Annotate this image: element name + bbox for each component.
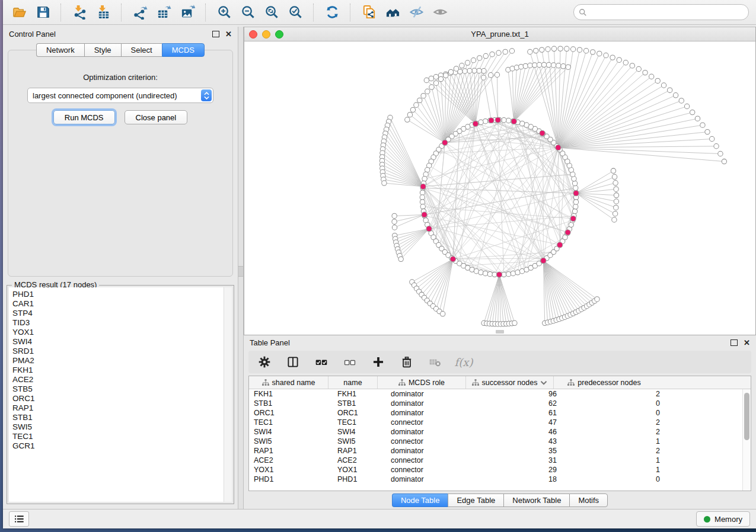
zoom-in-button[interactable] xyxy=(215,4,233,21)
table-panel: Table Panel ✕ xyxy=(244,335,756,509)
zoom-selected-button[interactable] xyxy=(286,4,304,21)
tab-select[interactable]: Select xyxy=(121,43,162,57)
leaf-node xyxy=(392,219,397,224)
mcds-result-item[interactable]: ORC1 xyxy=(12,394,232,403)
network-canvas[interactable] xyxy=(244,41,755,335)
horizontal-splitter-grip[interactable] xyxy=(496,330,504,334)
mcds-result-item[interactable]: TID3 xyxy=(12,318,232,328)
select-all-button[interactable] xyxy=(314,354,329,370)
tab-network-table[interactable]: Network Table xyxy=(503,493,569,507)
fx-icon: f(x) xyxy=(455,356,473,368)
table-row[interactable]: TEC1TEC1connector472 xyxy=(249,418,751,427)
open-file-button[interactable] xyxy=(10,4,28,21)
mcds-result-item[interactable]: STP4 xyxy=(12,309,232,318)
unchecked-boxes-icon xyxy=(343,355,356,368)
first-neighbors-button[interactable] xyxy=(384,4,401,21)
splitter-grip[interactable] xyxy=(238,266,243,277)
export-network-button[interactable] xyxy=(131,4,149,21)
search-field[interactable] xyxy=(573,4,749,20)
mcds-result-item[interactable]: SRD1 xyxy=(12,347,232,356)
deselect-all-button[interactable] xyxy=(342,354,358,370)
mcds-result-item[interactable]: YOX1 xyxy=(12,328,232,337)
column-header-name[interactable]: name xyxy=(328,376,378,389)
float-panel-icon[interactable] xyxy=(212,31,219,37)
mcds-result-item[interactable]: SWI4 xyxy=(12,337,232,347)
duplicate-network-button[interactable] xyxy=(360,4,378,21)
tab-mcds[interactable]: MCDS xyxy=(162,43,205,57)
mcds-result-item[interactable]: FKH1 xyxy=(12,366,232,375)
close-window-icon[interactable] xyxy=(249,30,257,39)
close-panel-icon[interactable]: ✕ xyxy=(744,339,750,347)
float-panel-icon[interactable] xyxy=(731,339,738,346)
leaf-node xyxy=(714,144,719,149)
tab-motifs[interactable]: Motifs xyxy=(569,493,608,507)
zoom-out-button[interactable] xyxy=(239,4,257,21)
table-row[interactable]: SWI4SWI4dominator462 xyxy=(249,427,751,437)
leaf-node xyxy=(512,321,517,325)
vertical-splitter[interactable] xyxy=(238,27,244,509)
mcds-list-scrollbar[interactable] xyxy=(224,287,232,502)
cell-shared_name: ORC1 xyxy=(249,409,333,417)
function-builder-button[interactable]: f(x) xyxy=(456,354,471,370)
open-folder-icon xyxy=(12,5,27,20)
close-panel-icon[interactable]: ✕ xyxy=(225,30,232,38)
table-row[interactable]: ORC1ORC1dominator610 xyxy=(249,408,751,418)
column-header-predecessor-nodes[interactable]: predecessor nodes xyxy=(554,376,655,389)
delete-column-button[interactable] xyxy=(399,354,414,370)
memory-button[interactable]: Memory xyxy=(696,511,750,527)
table-row[interactable]: STB1STB1dominator620 xyxy=(249,399,751,408)
table-row[interactable]: FKH1FKH1dominator962 xyxy=(249,389,751,399)
import-table-button[interactable] xyxy=(94,4,112,21)
refresh-button[interactable] xyxy=(323,4,341,21)
mcds-result-item[interactable]: TEC1 xyxy=(12,432,232,441)
zoom-fit-button[interactable] xyxy=(263,4,280,21)
leaf-node xyxy=(623,60,628,65)
column-header-shared-name[interactable]: shared name xyxy=(249,376,328,389)
mcds-result-item[interactable]: PMA2 xyxy=(12,356,232,366)
mcds-result-item[interactable]: CAR1 xyxy=(12,299,232,309)
criterion-dropdown[interactable]: largest connected component (undirected) xyxy=(27,88,213,103)
table-scrollbar[interactable] xyxy=(742,389,751,491)
table-row[interactable]: SWI5SWI5connector431 xyxy=(249,437,751,446)
mcds-result-item[interactable]: STB5 xyxy=(12,384,232,394)
mcds-result-item[interactable]: STB1 xyxy=(12,413,232,422)
mcds-result-item[interactable]: ACE2 xyxy=(12,375,232,384)
table-scrollbar-thumb[interactable] xyxy=(744,393,749,440)
table-row[interactable]: ACE2ACE2connector311 xyxy=(249,456,751,465)
leaf-node xyxy=(610,55,615,60)
search-input[interactable] xyxy=(591,7,744,17)
mcds-result-list[interactable]: PHD1CAR1STP4TID3YOX1SWI4SRD1PMA2FKH1ACE2… xyxy=(9,287,232,502)
export-image-button[interactable] xyxy=(178,4,196,21)
leaf-node xyxy=(429,85,434,89)
tab-style[interactable]: Style xyxy=(84,43,121,57)
delete-table-button[interactable] xyxy=(428,354,443,370)
mcds-result-item[interactable]: PHD1 xyxy=(12,290,232,299)
hide-selected-button[interactable] xyxy=(407,4,425,21)
mcds-result-item[interactable]: RAP1 xyxy=(12,403,232,413)
mcds-result-item[interactable]: SWI5 xyxy=(12,422,232,432)
save-session-button[interactable] xyxy=(34,4,52,21)
split-columns-button[interactable] xyxy=(285,354,301,370)
export-table-button[interactable] xyxy=(155,4,173,21)
add-column-button[interactable] xyxy=(371,354,386,370)
table-row[interactable]: PHD1PHD1dominator180 xyxy=(249,475,751,484)
maximize-window-icon[interactable] xyxy=(275,30,283,39)
table-row[interactable]: RAP1RAP1dominator352 xyxy=(249,446,751,456)
task-history-button[interactable] xyxy=(9,511,29,527)
close-panel-button[interactable]: Close panel xyxy=(125,110,188,124)
column-header-mcds-role[interactable]: MCDS role xyxy=(378,376,466,389)
run-mcds-button[interactable]: Run MCDS xyxy=(53,110,115,124)
network-graph[interactable] xyxy=(244,41,755,335)
leaf-node xyxy=(564,46,569,51)
table-settings-button[interactable] xyxy=(257,354,272,370)
tab-network[interactable]: Network xyxy=(36,43,84,57)
import-network-button[interactable] xyxy=(71,4,88,21)
column-header-successor-nodes[interactable]: successor nodes xyxy=(466,376,554,389)
mcds-result-item[interactable]: GCR1 xyxy=(12,441,232,451)
minimize-window-icon[interactable] xyxy=(262,30,270,39)
table-row[interactable]: YOX1YOX1connector291 xyxy=(249,465,751,475)
tab-edge-table[interactable]: Edge Table xyxy=(448,493,503,507)
show-all-button[interactable] xyxy=(431,4,449,21)
tab-node-table[interactable]: Node Table xyxy=(392,493,448,507)
desktop-background: Control Panel ✕ Network Style Select MCD… xyxy=(0,0,756,532)
